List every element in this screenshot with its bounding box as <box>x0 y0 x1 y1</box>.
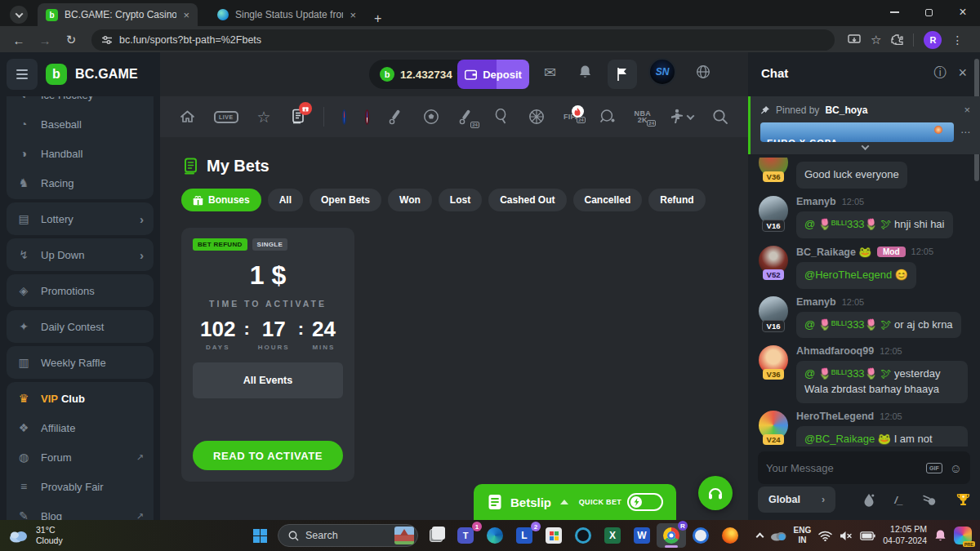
chat-username[interactable]: BC_Raikage 🐸 <box>796 246 871 258</box>
site-settings-icon[interactable] <box>101 34 113 46</box>
install-icon[interactable] <box>848 34 861 46</box>
tab-search-button[interactable] <box>10 6 28 24</box>
hidden-icons-chevron[interactable] <box>755 533 764 541</box>
pinned-expand-chevron[interactable] <box>760 142 970 151</box>
chat-info-icon[interactable]: ⓘ <box>933 64 947 82</box>
start-button[interactable] <box>245 523 274 548</box>
new-tab-button[interactable]: + <box>374 11 381 26</box>
basketball-icon[interactable] <box>528 109 545 125</box>
favorites-star-icon[interactable]: ☆ <box>257 109 271 125</box>
pinned-close-icon[interactable]: × <box>964 104 970 116</box>
filter-lost[interactable]: Lost <box>439 189 482 211</box>
profile-avatar[interactable]: R <box>924 31 942 49</box>
filter-bonuses[interactable]: Bonuses <box>181 189 261 211</box>
chat-input-box[interactable]: GIF ☺ <box>758 451 970 484</box>
home-icon[interactable] <box>180 109 195 124</box>
alexa-app[interactable] <box>568 523 598 548</box>
close-button[interactable]: × <box>946 0 980 24</box>
chat-username[interactable]: Ahmadfarooq99 <box>796 345 874 357</box>
edge-app[interactable] <box>480 523 510 548</box>
channel-selector[interactable]: Global› <box>758 487 835 513</box>
notification-bell-icon[interactable] <box>934 529 947 542</box>
mention[interactable]: @ 🌷ᴮᴵᴸᴸᴵ333🌷 🕊 <box>804 218 891 230</box>
euro-tournament-icon[interactable] <box>342 109 346 125</box>
tab-status-update[interactable]: Single Status Update from 07/0 × <box>209 3 364 26</box>
reload-button[interactable]: ↻ <box>60 29 82 51</box>
sidebar-item-handball[interactable]: ◑Handball <box>7 139 154 168</box>
filter-cancelled[interactable]: Cancelled <box>573 189 643 211</box>
mention[interactable]: @BC_Raikage 🐸 <box>804 433 891 445</box>
battery-icon[interactable] <box>860 531 875 540</box>
browser-menu-icon[interactable]: ⋮ <box>951 33 963 47</box>
task-view-button[interactable] <box>421 523 451 548</box>
bookmark-star-icon[interactable]: ☆ <box>871 33 881 47</box>
sidebar-item-up-down[interactable]: ↯Up Down› <box>7 240 154 269</box>
cricket-24-icon[interactable]: 24 <box>458 109 474 125</box>
word-app[interactable]: W <box>627 523 657 548</box>
sidebar-item-blog[interactable]: ✎Blog↗ <box>7 501 154 520</box>
minimize-button[interactable] <box>877 0 911 24</box>
deposit-button[interactable]: Deposit <box>457 60 529 89</box>
filter-all[interactable]: All <box>268 189 303 211</box>
gif-button[interactable]: GIF <box>926 463 942 473</box>
soccer-icon[interactable] <box>423 109 439 125</box>
maximize-button[interactable] <box>911 0 946 24</box>
message-input[interactable] <box>766 462 919 474</box>
sidebar-item-affiliate[interactable]: ❖Affiliate <box>7 413 154 442</box>
clock[interactable]: 12:05 PM04-07-2024 <box>883 524 927 546</box>
filter-won[interactable]: Won <box>388 189 432 211</box>
user-avatar[interactable]: SN <box>648 58 676 86</box>
weather-widget[interactable]: 31°CCloudy <box>0 525 245 546</box>
filter-cashed-out[interactable]: Cashed Out <box>488 189 566 211</box>
excel-app[interactable]: X <box>598 523 627 548</box>
volume-muted-icon[interactable] <box>840 531 853 541</box>
support-button[interactable] <box>698 476 733 510</box>
sidebar-item-vip-club[interactable]: ♛VIPClub <box>7 384 154 413</box>
filter-refund[interactable]: Refund <box>648 189 705 211</box>
cricket-icon[interactable] <box>388 109 404 125</box>
mention[interactable]: @HeroTheLegend <box>804 269 892 281</box>
emoji-button[interactable]: ☺ <box>950 461 962 475</box>
chat-username[interactable]: Emanyb <box>796 196 836 207</box>
sidebar-item-forum[interactable]: ◍Forum↗ <box>7 442 154 472</box>
copilot-icon[interactable]: PRE <box>954 527 972 544</box>
pinned-more-icon[interactable]: ⋯ <box>960 127 970 138</box>
teams-app[interactable]: T1 <box>451 523 480 548</box>
my-bets-icon[interactable] <box>290 109 305 125</box>
filter-open-bets[interactable]: Open Bets <box>310 189 381 211</box>
tab-close-icon[interactable]: × <box>350 9 356 21</box>
mail-icon[interactable]: ✉ <box>544 64 556 82</box>
firefox-app[interactable] <box>715 523 745 548</box>
language-indicator[interactable]: ENGIN <box>794 526 812 545</box>
search-highlight-image[interactable] <box>394 527 414 544</box>
fifa-24-icon[interactable]: FIFA24 <box>564 113 581 120</box>
counter-strike-icon[interactable] <box>670 109 693 125</box>
nba2k-24-icon[interactable]: NBA2K24 <box>635 110 651 123</box>
store-app[interactable] <box>539 523 568 548</box>
pinned-banner-image[interactable]: EURO X COPA <box>760 122 954 142</box>
forward-button[interactable]: → <box>34 29 56 51</box>
extensions-icon[interactable] <box>891 34 903 47</box>
sidebar-item-promotions[interactable]: ◈Promotions <box>7 276 154 305</box>
sidebar-item-lottery[interactable]: ▤Lottery› <box>7 204 154 233</box>
search-icon[interactable] <box>712 109 728 125</box>
table-tennis-icon[interactable] <box>599 109 616 125</box>
sidebar-item-racing[interactable]: ♞Racing <box>7 168 154 198</box>
chat-username[interactable]: Emanyb <box>796 296 836 308</box>
bcgame-logo-text[interactable]: BC.GAME <box>75 67 138 82</box>
tab-close-icon[interactable]: × <box>183 9 189 21</box>
commands-icon[interactable]: /_ <box>894 494 903 506</box>
bell-icon[interactable] <box>578 64 592 79</box>
sidebar-item-weekly-raffle[interactable]: ▥Weekly Raffle <box>7 348 154 377</box>
sports-pennant-button[interactable] <box>608 60 637 89</box>
back-button[interactable]: ← <box>8 29 29 51</box>
padel-icon[interactable] <box>493 109 510 125</box>
comet-icon[interactable] <box>923 494 937 506</box>
copa-tournament-icon[interactable] <box>365 109 369 125</box>
globe-language-icon[interactable] <box>696 64 710 79</box>
taskbar-search[interactable]: Search <box>278 524 418 547</box>
sidebar-item-baseball[interactable]: ◔Baseball <box>7 109 154 139</box>
loop-app[interactable]: L2 <box>510 523 539 548</box>
bcgame-logo-icon[interactable]: b <box>46 64 67 85</box>
rain-drop-icon[interactable] <box>863 493 875 507</box>
